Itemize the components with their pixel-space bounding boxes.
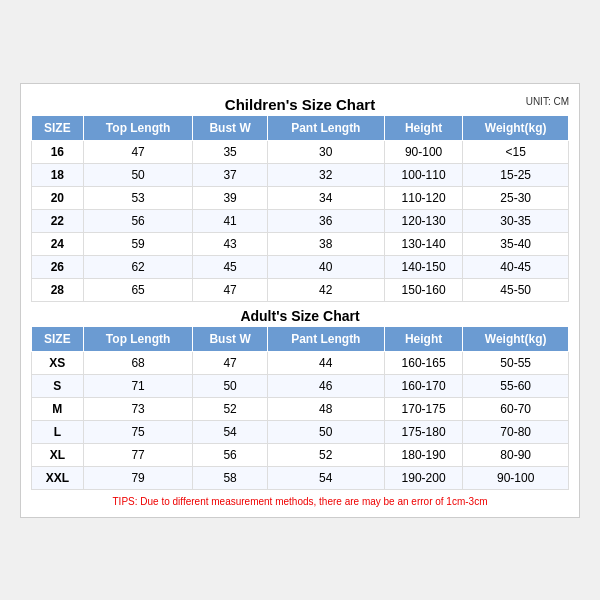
table-cell: 56 bbox=[83, 209, 193, 232]
children-col-weight: Weight(kg) bbox=[463, 115, 569, 140]
table-cell: 45 bbox=[193, 255, 267, 278]
table-cell: 22 bbox=[32, 209, 84, 232]
table-cell: 52 bbox=[267, 443, 384, 466]
table-cell: 16 bbox=[32, 140, 84, 163]
table-row: S715046160-17055-60 bbox=[32, 374, 569, 397]
table-cell: 35-40 bbox=[463, 232, 569, 255]
table-row: 26624540140-15040-45 bbox=[32, 255, 569, 278]
adults-col-weight: Weight(kg) bbox=[463, 326, 569, 351]
table-cell: 53 bbox=[83, 186, 193, 209]
table-cell: M bbox=[32, 397, 84, 420]
adults-col-size: SIZE bbox=[32, 326, 84, 351]
table-cell: 20 bbox=[32, 186, 84, 209]
table-cell: 52 bbox=[193, 397, 267, 420]
table-cell: 35 bbox=[193, 140, 267, 163]
table-cell: 59 bbox=[83, 232, 193, 255]
table-cell: 34 bbox=[267, 186, 384, 209]
children-size-table: SIZE Top Length Bust W Pant Length Heigh… bbox=[31, 115, 569, 302]
adults-title: Adult's Size Chart bbox=[31, 302, 569, 326]
table-cell: 50 bbox=[83, 163, 193, 186]
table-cell: 32 bbox=[267, 163, 384, 186]
table-cell: 130-140 bbox=[384, 232, 462, 255]
table-row: XS684744160-16550-55 bbox=[32, 351, 569, 374]
table-cell: 58 bbox=[193, 466, 267, 489]
table-cell: 39 bbox=[193, 186, 267, 209]
table-cell: 60-70 bbox=[463, 397, 569, 420]
table-cell: 28 bbox=[32, 278, 84, 301]
table-cell: 25-30 bbox=[463, 186, 569, 209]
table-cell: 160-165 bbox=[384, 351, 462, 374]
table-cell: <15 bbox=[463, 140, 569, 163]
table-cell: 50-55 bbox=[463, 351, 569, 374]
table-cell: XL bbox=[32, 443, 84, 466]
table-cell: 42 bbox=[267, 278, 384, 301]
table-cell: 90-100 bbox=[463, 466, 569, 489]
table-cell: 140-150 bbox=[384, 255, 462, 278]
table-row: L755450175-18070-80 bbox=[32, 420, 569, 443]
table-cell: 46 bbox=[267, 374, 384, 397]
table-cell: 37 bbox=[193, 163, 267, 186]
tips-text: TIPS: Due to different measurement metho… bbox=[31, 490, 569, 507]
table-cell: 79 bbox=[83, 466, 193, 489]
table-cell: 190-200 bbox=[384, 466, 462, 489]
adults-col-pant: Pant Length bbox=[267, 326, 384, 351]
table-cell: 30-35 bbox=[463, 209, 569, 232]
table-cell: 55-60 bbox=[463, 374, 569, 397]
children-col-height: Height bbox=[384, 115, 462, 140]
children-title: Children's Size Chart UNIT: CM bbox=[31, 96, 569, 113]
table-cell: 71 bbox=[83, 374, 193, 397]
table-cell: 47 bbox=[193, 278, 267, 301]
table-cell: 15-25 bbox=[463, 163, 569, 186]
children-col-size: SIZE bbox=[32, 115, 84, 140]
table-cell: 160-170 bbox=[384, 374, 462, 397]
table-cell: 70-80 bbox=[463, 420, 569, 443]
table-cell: 150-160 bbox=[384, 278, 462, 301]
table-cell: XS bbox=[32, 351, 84, 374]
table-cell: 30 bbox=[267, 140, 384, 163]
table-cell: 65 bbox=[83, 278, 193, 301]
table-cell: 90-100 bbox=[384, 140, 462, 163]
table-cell: 48 bbox=[267, 397, 384, 420]
table-cell: 100-110 bbox=[384, 163, 462, 186]
children-col-bust: Bust W bbox=[193, 115, 267, 140]
table-cell: 50 bbox=[267, 420, 384, 443]
table-cell: 18 bbox=[32, 163, 84, 186]
table-cell: 56 bbox=[193, 443, 267, 466]
table-row: 18503732100-11015-25 bbox=[32, 163, 569, 186]
adults-size-table: SIZE Top Length Bust W Pant Length Heigh… bbox=[31, 326, 569, 490]
table-cell: 120-130 bbox=[384, 209, 462, 232]
adults-col-top-length: Top Length bbox=[83, 326, 193, 351]
table-cell: 75 bbox=[83, 420, 193, 443]
table-cell: 68 bbox=[83, 351, 193, 374]
table-cell: 44 bbox=[267, 351, 384, 374]
adults-col-height: Height bbox=[384, 326, 462, 351]
table-cell: 36 bbox=[267, 209, 384, 232]
table-row: XL775652180-19080-90 bbox=[32, 443, 569, 466]
table-cell: 54 bbox=[267, 466, 384, 489]
table-row: 20533934110-12025-30 bbox=[32, 186, 569, 209]
table-cell: 40 bbox=[267, 255, 384, 278]
table-cell: 38 bbox=[267, 232, 384, 255]
table-row: 22564136120-13030-35 bbox=[32, 209, 569, 232]
adults-header-row: SIZE Top Length Bust W Pant Length Heigh… bbox=[32, 326, 569, 351]
table-row: 28654742150-16045-50 bbox=[32, 278, 569, 301]
table-cell: 180-190 bbox=[384, 443, 462, 466]
table-cell: 110-120 bbox=[384, 186, 462, 209]
size-chart-card: Children's Size Chart UNIT: CM SIZE Top … bbox=[20, 83, 580, 518]
children-col-top-length: Top Length bbox=[83, 115, 193, 140]
table-cell: 43 bbox=[193, 232, 267, 255]
adults-col-bust: Bust W bbox=[193, 326, 267, 351]
children-title-text: Children's Size Chart bbox=[225, 96, 375, 113]
table-cell: 62 bbox=[83, 255, 193, 278]
table-cell: S bbox=[32, 374, 84, 397]
table-row: 24594338130-14035-40 bbox=[32, 232, 569, 255]
table-cell: XXL bbox=[32, 466, 84, 489]
table-cell: 41 bbox=[193, 209, 267, 232]
table-cell: 54 bbox=[193, 420, 267, 443]
table-row: 1647353090-100<15 bbox=[32, 140, 569, 163]
table-cell: 80-90 bbox=[463, 443, 569, 466]
table-cell: 170-175 bbox=[384, 397, 462, 420]
table-cell: 77 bbox=[83, 443, 193, 466]
table-row: XXL795854190-20090-100 bbox=[32, 466, 569, 489]
table-cell: 24 bbox=[32, 232, 84, 255]
